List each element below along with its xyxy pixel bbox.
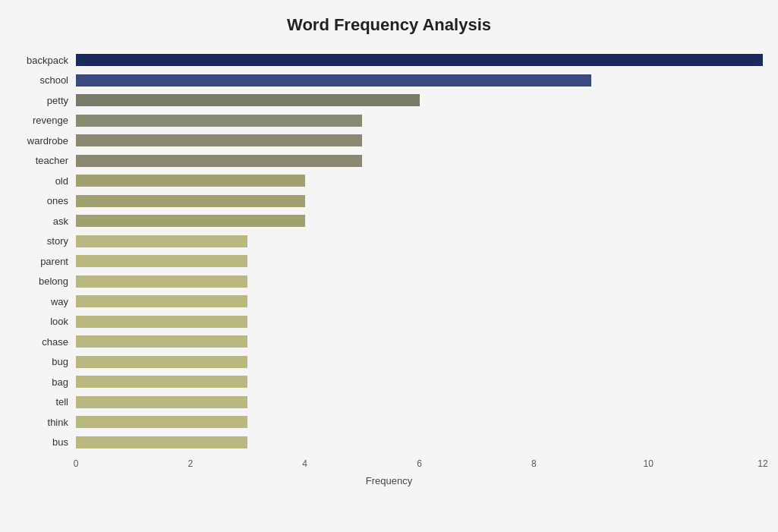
bar-row: backpack: [15, 50, 763, 71]
bar-label: petty: [15, 95, 76, 106]
x-axis-label: Frequency: [15, 475, 763, 486]
bar-area: [76, 272, 763, 292]
bar-area: [76, 251, 763, 272]
chart-title: Word Frequency Analysis: [15, 8, 763, 50]
bar-row: school: [15, 71, 763, 91]
bar-area: [76, 211, 763, 231]
bar-label: wardrobe: [15, 135, 76, 146]
bar: [76, 155, 362, 167]
bar-label: look: [15, 316, 76, 327]
bar: [76, 175, 305, 187]
bar-row: belong: [15, 272, 763, 292]
bar-label: chase: [15, 336, 76, 348]
bar-row: teacher: [15, 151, 763, 172]
bar-area: [76, 392, 763, 413]
bar: [76, 356, 247, 368]
bar-row: petty: [15, 90, 763, 111]
bar-row: old: [15, 171, 763, 191]
bar-area: [76, 412, 763, 433]
bar-area: [76, 231, 763, 252]
chart-container: Word Frequency Analysis backpackschoolpe…: [0, 0, 778, 532]
bar: [76, 134, 362, 146]
bar: [76, 215, 305, 227]
bar-label: parent: [15, 256, 76, 267]
bar: [76, 416, 247, 428]
bar: [76, 115, 362, 127]
bar-area: [76, 191, 763, 212]
bar: [76, 94, 420, 106]
bar-label: old: [15, 175, 76, 187]
bar: [76, 376, 247, 388]
chart-area: backpackschoolpettyrevengewardrobeteache…: [15, 50, 763, 486]
bar-row: way: [15, 291, 763, 312]
bar-row: ask: [15, 211, 763, 231]
bar: [76, 436, 247, 449]
bar-row: bag: [15, 372, 763, 392]
bar: [76, 275, 247, 288]
bar-label: belong: [15, 275, 76, 287]
bar-label: backpack: [15, 55, 76, 66]
bar-area: [76, 50, 763, 71]
bar-row: chase: [15, 332, 763, 352]
bar-label: tell: [15, 396, 76, 408]
bar-chart: backpackschoolpettyrevengewardrobeteache…: [15, 50, 763, 452]
bar: [76, 396, 247, 408]
bar-row: revenge: [15, 111, 763, 131]
bar-row: story: [15, 231, 763, 252]
bar: [76, 54, 763, 66]
bar-area: [76, 90, 763, 111]
bar-row: wardrobe: [15, 131, 763, 151]
x-axis-container: 024681012 Frequency: [15, 455, 763, 486]
x-ticks: 024681012: [76, 455, 763, 471]
bar-label: ones: [15, 195, 76, 206]
bar-label: way: [15, 296, 76, 307]
bar-row: think: [15, 412, 763, 433]
bar-row: tell: [15, 392, 763, 413]
bar-area: [76, 71, 763, 91]
bar-area: [76, 433, 763, 453]
bar-area: [76, 291, 763, 312]
bar-label: ask: [15, 216, 76, 227]
bar-area: [76, 171, 763, 191]
bar-label: bag: [15, 376, 76, 388]
bar-area: [76, 332, 763, 352]
bar-label: bug: [15, 356, 76, 367]
bar-area: [76, 372, 763, 392]
bar-area: [76, 312, 763, 332]
bar: [76, 295, 247, 307]
bar-row: bus: [15, 433, 763, 453]
bar-area: [76, 111, 763, 131]
bar: [76, 335, 247, 348]
bar: [76, 316, 247, 328]
bar: [76, 195, 305, 207]
bar: [76, 235, 247, 247]
bar-area: [76, 131, 763, 151]
bar-label: think: [15, 417, 76, 428]
bar-label: school: [15, 74, 76, 86]
bar-area: [76, 151, 763, 172]
bar-label: teacher: [15, 155, 76, 166]
bar-area: [76, 352, 763, 373]
bar-row: ones: [15, 191, 763, 212]
bar: [76, 74, 591, 87]
bar-row: look: [15, 312, 763, 332]
bar: [76, 255, 247, 267]
bar-row: parent: [15, 251, 763, 272]
bar-label: bus: [15, 436, 76, 448]
bar-row: bug: [15, 352, 763, 373]
bar-label: story: [15, 235, 76, 247]
bar-label: revenge: [15, 115, 76, 126]
